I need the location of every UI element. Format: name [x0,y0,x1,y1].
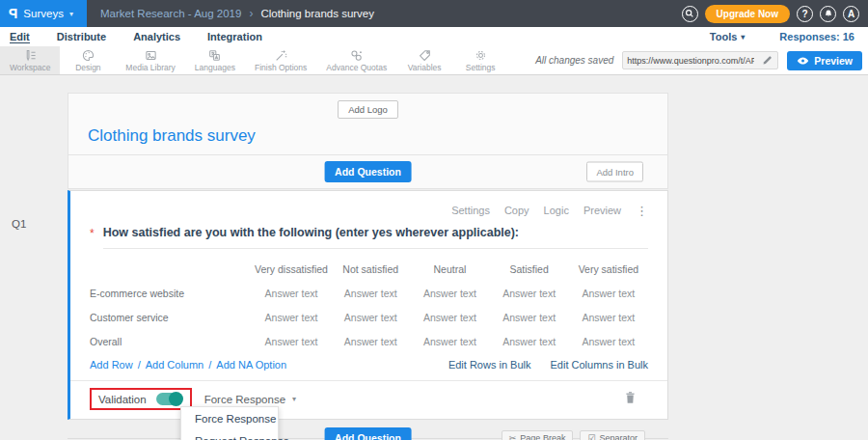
responses-count[interactable]: Responses: 16 [779,31,854,42]
column-header[interactable]: Satisfied [490,257,569,281]
delete-question-button[interactable] [624,391,637,407]
breadcrumb-separator-icon: › [249,7,253,20]
tools-menu[interactable]: Tools ▾ [710,31,746,42]
checkbox-checked-icon: ☑ [587,433,595,440]
questionpro-logo-icon: P [9,6,17,21]
answer-cell[interactable]: Answer text [252,281,331,305]
question-copy-button[interactable]: Copy [504,205,529,216]
breadcrumb-folder[interactable]: Market Research - Aug 2019 [100,8,241,19]
translate-icon [208,49,221,62]
answer-cell[interactable]: Answer text [490,329,569,353]
matrix-links-row: Add Row / Add Column / Add NA Option Edi… [90,359,648,371]
answer-cell[interactable]: Answer text [490,305,569,329]
scissors-icon: ✂ [509,433,517,440]
answer-cell[interactable]: Answer text [490,281,569,305]
preview-button[interactable]: Preview [787,51,862,70]
row-label[interactable]: E-commerce website [90,281,252,305]
gear-icon [475,49,487,62]
top-header: P Surveys ▾ Market Research - Aug 2019 ›… [0,0,868,27]
left-links: Add Row / Add Column / Add NA Option [90,359,286,371]
avatar[interactable]: A [843,6,859,22]
add-column-link[interactable]: Add Column [146,359,204,371]
tab-analytics[interactable]: Analytics [133,31,180,43]
tab-edit[interactable]: Edit [10,31,30,43]
surveys-menu[interactable]: P Surveys ▾ [0,0,87,27]
question-text[interactable]: How satisfied are you with the following… [103,226,648,249]
save-status: All changes saved [535,55,613,66]
answer-cell[interactable]: Answer text [331,329,410,353]
question-logic-button[interactable]: Logic [544,205,569,216]
survey-title[interactable]: Clothing brands survey [68,119,667,154]
tab-distribute[interactable]: Distribute [57,31,106,43]
page-break-button[interactable]: ✂ Page Break [502,430,574,440]
toolbar-item-workspace[interactable]: Workspace [0,46,60,74]
links-icon [350,49,363,62]
tab-integration[interactable]: Integration [207,31,262,43]
matrix-header-row: Very dissatisfied Not satisfied Neutral … [90,257,648,281]
edit-url-button[interactable] [758,55,775,66]
chevron-down-icon: ▾ [69,10,73,18]
column-header[interactable]: Very dissatisfied [252,257,331,281]
row-label[interactable]: Overall [90,329,252,353]
column-header[interactable]: Very satisfied [569,257,648,281]
toolbar-item-variables[interactable]: Variables [396,46,452,74]
edit-columns-in-bulk-link[interactable]: Edit Columns in Bulk [551,359,649,371]
survey-header-card: Add Logo Clothing brands survey Add Ques… [68,93,668,189]
answer-cell[interactable]: Answer text [410,329,489,353]
toolbar-item-settings[interactable]: Settings [452,46,508,74]
force-response-value: Force Response [204,394,285,405]
breadcrumb: Market Research - Aug 2019 › Clothing br… [100,7,374,20]
answer-cell[interactable]: Answer text [252,329,331,353]
column-header[interactable]: Not satisfied [331,257,410,281]
search-button[interactable] [682,6,698,22]
force-response-menu: Force Response Request Response [180,406,279,440]
survey-url-box [622,51,778,69]
editor-canvas: Q1 Add Logo Clothing brands survey Add Q… [0,75,868,440]
question-settings-button[interactable]: Settings [451,205,490,216]
table-row: Customer service Answer text Answer text… [90,305,648,329]
answer-cell[interactable]: Answer text [410,281,489,305]
answer-cell[interactable]: Answer text [569,305,648,329]
toolbar-item-design[interactable]: Design [60,46,116,74]
add-row-link[interactable]: Add Row [90,359,133,371]
answer-cell[interactable]: Answer text [331,305,410,329]
answer-cell[interactable]: Answer text [252,305,331,329]
toggle-knob [169,392,183,406]
toolbar-item-finish-options[interactable]: Finish Options [245,46,316,74]
answer-cell[interactable]: Answer text [331,281,410,305]
workspace-icon [24,49,37,62]
question-preview-button[interactable]: Preview [583,205,621,216]
toolbar-item-advance-quotas[interactable]: Advance Quotas [316,46,396,74]
add-question-button-bottom[interactable]: Add Question [324,427,412,440]
menu-item-force-response[interactable]: Force Response [181,407,278,429]
answer-cell[interactable]: Answer text [569,329,648,353]
add-logo-button[interactable]: Add Logo [338,100,398,119]
edit-rows-in-bulk-link[interactable]: Edit Rows in Bulk [448,359,531,371]
separator-button[interactable]: ☑ Separator [580,430,645,440]
toolbar-item-languages[interactable]: Languages [185,46,245,74]
notifications-button[interactable] [820,6,836,22]
row-label[interactable]: Customer service [90,305,252,329]
question-text-row: * How satisfied are you with the followi… [90,226,648,249]
nav-right: Tools ▾ Responses: 16 [710,31,858,42]
answer-cell[interactable]: Answer text [569,281,648,305]
survey-url-input[interactable] [623,56,758,66]
separator-label: Separator [599,433,637,440]
column-header[interactable]: Neutral [410,257,489,281]
toolbar-item-media-library[interactable]: Media Library [116,46,185,74]
validation-toggle[interactable] [156,393,182,405]
image-icon [145,49,157,62]
toolbar-right: All changes saved Preview [535,46,868,74]
menu-item-request-response[interactable]: Request Response [181,429,278,440]
force-response-dropdown[interactable]: Force Response ▾ [204,394,296,405]
upgrade-now-button[interactable]: Upgrade Now [705,5,790,23]
add-na-option-link[interactable]: Add NA Option [216,359,286,371]
answer-cell[interactable]: Answer text [410,305,489,329]
help-button[interactable]: ? [797,6,813,22]
nav-tabs: Edit Distribute Analytics Integration [10,31,262,43]
bell-icon [824,9,833,18]
link-separator: / [138,359,141,371]
add-intro-button[interactable]: Add Intro [586,162,643,182]
add-question-button-top[interactable]: Add Question [324,161,412,182]
more-options-icon[interactable]: ⋮ [636,206,648,216]
